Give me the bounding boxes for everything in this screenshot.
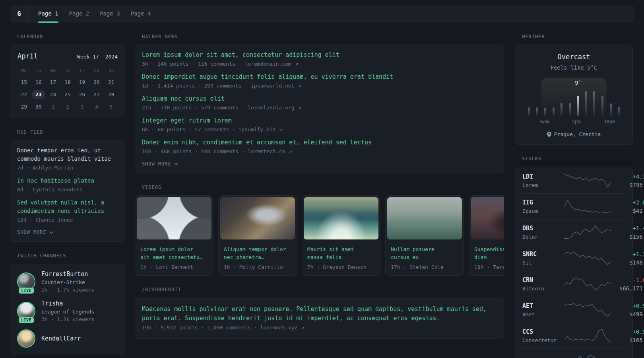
post-meta-text: 19h · 9,932 points · 1,090 comments · lo…	[142, 325, 297, 331]
subreddit-post-list: Maecenas mollis pulvinar erat non posuer…	[142, 305, 497, 331]
reddit-post: Maecenas mollis pulvinar erat non posuer…	[142, 305, 497, 331]
external-link-icon[interactable]: ↗	[292, 61, 299, 67]
weather-bar-slot	[607, 103, 615, 116]
weather-widget: WEATHER Overcast Feels like 5°C 9° 6am2p…	[515, 34, 633, 145]
twitch-channel[interactable]: LIVEForrestBurtonCounter-Strike1h · 1.7k…	[17, 270, 118, 293]
stock-row[interactable]: AHS+0.46%	[522, 348, 626, 358]
weather-bar-slot	[533, 107, 541, 116]
hn-item-title[interactable]: Integer eget rutrum lorem	[142, 117, 497, 125]
hn-item-title[interactable]: Aliquam nec cursus elit	[142, 95, 497, 103]
stock-row[interactable]: IIGIpsum+2.84%$42.04	[522, 193, 626, 219]
hn-item-title[interactable]: Lorem ipsum dolor sit amet, consectetur …	[142, 51, 497, 59]
video-meta: 1h · Lori Barnett	[135, 261, 213, 275]
stock-info: LDILorem	[522, 173, 564, 188]
right-column: WEATHER Overcast Feels like 5°C 9° 6am2p…	[515, 34, 633, 358]
calendar-day-number: 20	[90, 78, 103, 86]
video-thumbnail[interactable]	[304, 197, 378, 239]
weather-bar-slot	[557, 103, 566, 116]
calendar-day-number: 18	[61, 78, 74, 86]
channel-info: KendallCarr	[41, 335, 81, 342]
video-card[interactable]: Nullam posuere cursus ex17h · Stefan Col…	[385, 195, 464, 276]
current-temp-label: 9°	[575, 80, 581, 86]
stock-symbol[interactable]: IIG	[522, 199, 564, 206]
video-card[interactable]: Lorem ipsum dolor sit amet consectetu…1h…	[135, 195, 213, 276]
channel-name[interactable]: ForrestBurton	[41, 270, 94, 278]
external-link-icon[interactable]: ↗	[295, 105, 302, 111]
hn-item-meta-text: 21h · 710 points · 579 comments · loreml…	[142, 105, 295, 111]
stock-change: +1.42%	[611, 225, 644, 232]
avatar-ring	[17, 329, 35, 348]
channel-name[interactable]: KendallCarr	[41, 335, 81, 342]
stock-symbol[interactable]: CCS	[522, 328, 564, 335]
weekday-label: Su	[104, 65, 118, 76]
weather-bar-slot	[574, 96, 582, 116]
rss-item-title[interactable]: In hac habitasse platea	[17, 177, 118, 185]
weather-hourly-chart: 9°	[525, 78, 623, 116]
video-title[interactable]: Lorem ipsum dolor sit amet consectetu…	[135, 241, 213, 261]
stock-name: Dolor	[522, 234, 564, 240]
post-title[interactable]: Maecenas mollis pulvinar erat non posuer…	[142, 305, 497, 323]
stock-row[interactable]: CCSConsectetur+0.51%$165.84	[522, 323, 626, 348]
stock-row[interactable]: AETAmet+0.92%$499.72	[522, 297, 626, 323]
stock-price: $165.84	[611, 337, 644, 343]
video-title[interactable]: Suspendisse diam	[469, 241, 504, 261]
channel-name[interactable]: Trisha	[41, 300, 94, 307]
rss-item-title[interactable]: Donec tempor eros leo, ut commodo mauris…	[17, 146, 118, 163]
stock-row[interactable]: LDILorem+4.35%$795.18	[522, 168, 626, 193]
stock-sparkline-wrap	[564, 354, 611, 358]
show-more-button[interactable]: SHOW MORE	[17, 230, 118, 235]
video-meta: 17h · Stefan Cole	[386, 261, 464, 275]
external-link-icon[interactable]: ↗	[298, 325, 305, 331]
rss-item-title[interactable]: Sed volutpat nulla nisl, a condimentum n…	[17, 198, 118, 215]
video-thumbnail[interactable]	[137, 197, 211, 239]
video-thumbnail[interactable]	[387, 197, 462, 239]
calendar-day-number: 19	[76, 78, 89, 86]
hn-item-title[interactable]: Donec enim nibh, condimentum et accumsan…	[142, 138, 497, 147]
calendar-day: 16	[31, 76, 46, 88]
show-more-button[interactable]: SHOW MORE	[142, 161, 497, 167]
weather-bar-slot	[549, 107, 558, 116]
stock-sparkline-wrap	[564, 251, 611, 265]
live-badge: LIVE	[19, 317, 34, 323]
video-title[interactable]: Aliquam tempor dolor nec pharetra…	[219, 241, 297, 261]
external-link-icon[interactable]: ↗	[295, 83, 302, 89]
stock-price: $42.04	[611, 208, 644, 214]
stock-sparkline	[564, 173, 611, 188]
top-nav-bar: G Page 1Page 2Page 3Page 4	[10, 5, 634, 23]
stock-info: SNRCSit	[522, 251, 564, 266]
twitch-channel[interactable]: LIVETrishaLeague of Legends3h · 1.2k vie…	[17, 300, 118, 322]
stock-symbol[interactable]: SNRC	[522, 251, 564, 258]
stock-row[interactable]: SNRCSit+1.36%$148.64	[522, 245, 626, 271]
stock-info: CRNBitcorn	[522, 276, 564, 292]
hn-item-meta-text: 6h · 60 points · 57 comments · ipsumify.…	[142, 126, 276, 132]
tab-page-1[interactable]: Page 1	[38, 5, 58, 23]
twitch-channel[interactable]: KendallCarr	[17, 329, 118, 348]
stock-price: $795.18	[611, 182, 644, 188]
separator-dot: ·	[101, 54, 104, 60]
video-card[interactable]: Suspendisse diam18h · Tara	[469, 195, 504, 276]
video-card[interactable]: Mauris sit amet massa felis7h · Grayson …	[302, 195, 380, 276]
live-badge: LIVE	[19, 288, 34, 294]
hour-label	[549, 119, 557, 125]
external-link-icon[interactable]: ↗	[277, 126, 283, 132]
hn-item-title[interactable]: Donec imperdiet augue tincidunt felis al…	[142, 73, 497, 81]
calendar-day-number: 1	[48, 103, 58, 111]
external-link-icon[interactable]: ↗	[286, 148, 292, 154]
stock-row[interactable]: CRNBitcorn-1.00%$66,171.48	[522, 271, 626, 297]
stock-row[interactable]: DBSDolor+1.42%$156.28	[522, 219, 626, 245]
calendar-day-number: 30	[32, 103, 45, 111]
stock-values: +4.35%$795.18	[611, 173, 644, 188]
video-thumbnail[interactable]	[471, 197, 504, 239]
tab-page-3[interactable]: Page 3	[100, 5, 120, 23]
video-title[interactable]: Mauris sit amet massa felis	[302, 241, 380, 261]
tab-page-2[interactable]: Page 2	[69, 5, 89, 23]
stock-symbol[interactable]: LDI	[522, 173, 564, 180]
stock-symbol[interactable]: AET	[522, 302, 564, 309]
tab-page-4[interactable]: Page 4	[131, 5, 151, 23]
chevron-down-icon	[49, 231, 54, 234]
stock-symbol[interactable]: CRN	[522, 276, 564, 284]
video-thumbnail[interactable]	[220, 197, 295, 239]
stock-symbol[interactable]: DBS	[522, 225, 564, 232]
video-title[interactable]: Nullam posuere cursus ex	[386, 241, 464, 261]
video-card[interactable]: Aliquam tempor dolor nec pharetra…1h · M…	[218, 195, 297, 276]
